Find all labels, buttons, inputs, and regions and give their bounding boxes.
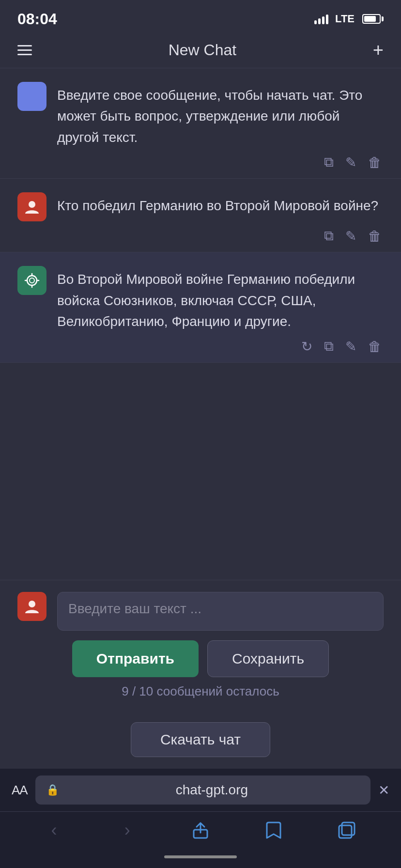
svg-point-8 bbox=[29, 601, 35, 607]
svg-rect-11 bbox=[342, 822, 355, 835]
menu-icon[interactable] bbox=[17, 45, 32, 55]
svg-point-3 bbox=[30, 278, 34, 283]
delete-icon[interactable]: 🗑 bbox=[368, 155, 382, 170]
input-placeholder: Введите ваш текст ... bbox=[68, 601, 201, 616]
bookmarks-button[interactable] bbox=[259, 820, 288, 841]
message-row: Во Второй Мировой войне Германию победил… bbox=[17, 266, 384, 332]
chat-area: Введите свое сообщение, чтобы начать чат… bbox=[0, 68, 401, 580]
nav-bar: New Chat + bbox=[0, 34, 401, 68]
browser-url-text: chat-gpt.org bbox=[64, 782, 360, 798]
ai-message-actions: ↻ ⧉ ✎ 🗑 bbox=[17, 339, 384, 355]
forward-button[interactable]: › bbox=[113, 820, 142, 841]
font-size-control[interactable]: AA bbox=[12, 783, 28, 798]
svg-point-1 bbox=[29, 201, 35, 208]
message-input[interactable]: Введите ваш текст ... bbox=[57, 592, 384, 631]
regenerate-icon[interactable]: ↻ bbox=[301, 339, 312, 355]
delete-icon[interactable]: 🗑 bbox=[368, 228, 382, 244]
edit-icon[interactable]: ✎ bbox=[345, 228, 356, 244]
home-indicator bbox=[0, 851, 401, 868]
signal-bars-icon bbox=[314, 14, 328, 24]
delete-icon[interactable]: 🗑 bbox=[368, 339, 382, 355]
user-avatar bbox=[17, 192, 46, 221]
edit-icon[interactable]: ✎ bbox=[345, 339, 356, 355]
user-message-actions: ⧉ ✎ 🗑 bbox=[17, 228, 384, 244]
battery-icon bbox=[362, 14, 384, 24]
new-chat-button[interactable]: + bbox=[373, 41, 384, 59]
back-button[interactable]: ‹ bbox=[40, 820, 69, 841]
user-input-avatar bbox=[17, 592, 46, 621]
status-time: 08:04 bbox=[17, 10, 57, 28]
svg-point-2 bbox=[27, 276, 37, 285]
message-count: 9 / 10 сообщений осталось bbox=[17, 684, 384, 699]
page-title: New Chat bbox=[169, 41, 237, 59]
browser-bar: AA 🔒 chat-gpt.org ✕ bbox=[0, 769, 401, 811]
input-area: Введите ваш текст ... Отправить Сохранит… bbox=[0, 580, 401, 711]
user-message-text: Кто победил Германию во Второй Мировой в… bbox=[57, 192, 384, 216]
ai-message-text: Во Второй Мировой войне Германию победил… bbox=[57, 266, 384, 332]
system-avatar bbox=[17, 82, 46, 111]
ai-message-block: Во Второй Мировой войне Германию победил… bbox=[0, 252, 401, 363]
url-bar[interactable]: 🔒 chat-gpt.org bbox=[35, 775, 370, 805]
edit-icon[interactable]: ✎ bbox=[345, 155, 356, 170]
system-message-actions: ⧉ ✎ 🗑 bbox=[17, 155, 384, 170]
svg-rect-10 bbox=[339, 825, 352, 838]
save-button[interactable]: Сохранить bbox=[207, 640, 329, 677]
action-buttons: Отправить Сохранить bbox=[17, 640, 384, 677]
svg-rect-0 bbox=[23, 88, 41, 105]
input-row: Введите ваш текст ... bbox=[17, 592, 384, 631]
home-bar bbox=[164, 855, 237, 858]
lock-icon: 🔒 bbox=[46, 784, 59, 796]
tabs-button[interactable] bbox=[332, 820, 361, 841]
download-button[interactable]: Скачать чат bbox=[131, 722, 270, 757]
download-area: Скачать чат bbox=[0, 711, 401, 769]
system-message-block: Введите свое сообщение, чтобы начать чат… bbox=[0, 68, 401, 179]
message-row: Кто победил Германию во Второй Мировой в… bbox=[17, 192, 384, 221]
lte-label: LTE bbox=[335, 13, 355, 25]
system-message-text: Введите свое сообщение, чтобы начать чат… bbox=[57, 82, 384, 148]
message-row: Введите свое сообщение, чтобы начать чат… bbox=[17, 82, 384, 148]
copy-icon[interactable]: ⧉ bbox=[324, 339, 334, 355]
send-button[interactable]: Отправить bbox=[72, 640, 199, 677]
copy-icon[interactable]: ⧉ bbox=[324, 228, 334, 244]
status-icons: LTE bbox=[314, 13, 384, 25]
ai-avatar bbox=[17, 266, 46, 295]
close-tab-button[interactable]: ✕ bbox=[378, 782, 389, 798]
user-message-block: Кто победил Германию во Второй Мировой в… bbox=[0, 179, 401, 252]
share-button[interactable] bbox=[186, 820, 215, 841]
status-bar: 08:04 LTE bbox=[0, 0, 401, 34]
copy-icon[interactable]: ⧉ bbox=[324, 155, 334, 170]
safari-nav: ‹ › bbox=[0, 811, 401, 851]
